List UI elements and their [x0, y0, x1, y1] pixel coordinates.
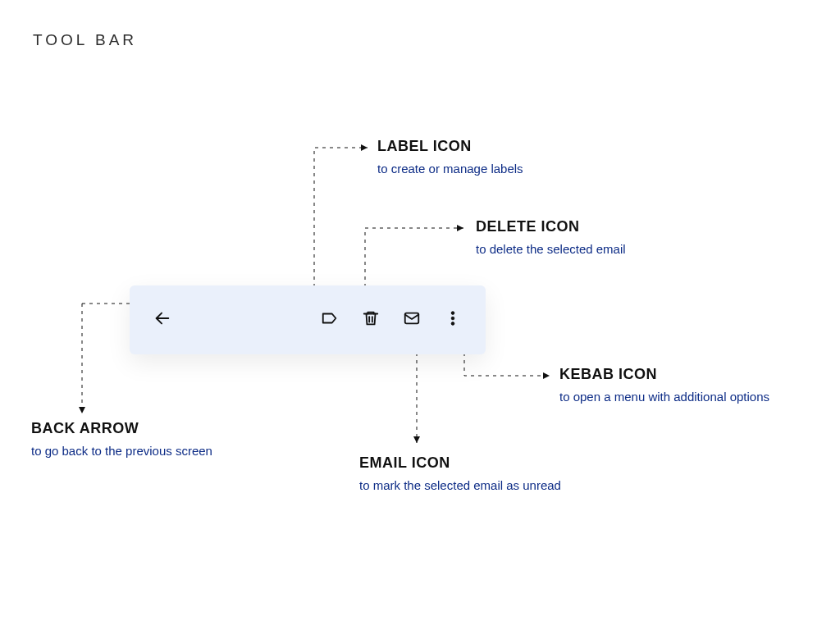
- delete-button[interactable]: [359, 308, 382, 331]
- label-button[interactable]: [318, 308, 341, 331]
- page-title: TOOL BAR: [33, 31, 137, 49]
- svg-marker-1: [457, 225, 463, 231]
- kebab-button[interactable]: [441, 308, 464, 331]
- kebab-icon: [444, 309, 462, 331]
- annotation-desc: to go back to the previous screen: [31, 442, 212, 459]
- svg-point-9: [451, 312, 454, 315]
- svg-marker-3: [413, 436, 420, 443]
- annotation-title: EMAIL ICON: [359, 454, 561, 472]
- back-button[interactable]: [151, 308, 174, 331]
- svg-marker-4: [79, 407, 85, 413]
- annotation-label: LABEL ICON to create or manage labels: [377, 138, 523, 177]
- annotation-title: LABEL ICON: [377, 138, 523, 155]
- annotation-title: DELETE ICON: [476, 218, 626, 235]
- email-button[interactable]: [400, 308, 423, 331]
- svg-marker-0: [361, 144, 368, 151]
- svg-point-10: [451, 317, 454, 320]
- back-arrow-icon: [153, 309, 171, 331]
- annotation-desc: to create or manage labels: [377, 160, 523, 177]
- annotation-desc: to delete the selected email: [476, 240, 626, 258]
- annotation-delete: DELETE ICON to delete the selected email: [476, 218, 626, 258]
- email-icon: [403, 309, 421, 331]
- annotation-email: EMAIL ICON to mark the selected email as…: [359, 454, 561, 494]
- delete-icon: [362, 309, 380, 331]
- svg-point-11: [451, 322, 454, 326]
- annotation-title: BACK ARROW: [31, 420, 212, 437]
- toolbar: [130, 285, 486, 354]
- label-icon: [321, 309, 339, 331]
- annotation-back: BACK ARROW to go back to the previous sc…: [31, 420, 212, 459]
- annotation-kebab: KEBAB ICON to open a menu with additiona…: [559, 366, 781, 405]
- annotation-desc: to open a menu with additional options: [559, 388, 781, 405]
- annotation-title: KEBAB ICON: [559, 366, 781, 383]
- annotation-desc: to mark the selected email as unread: [359, 477, 561, 494]
- svg-marker-2: [543, 372, 550, 379]
